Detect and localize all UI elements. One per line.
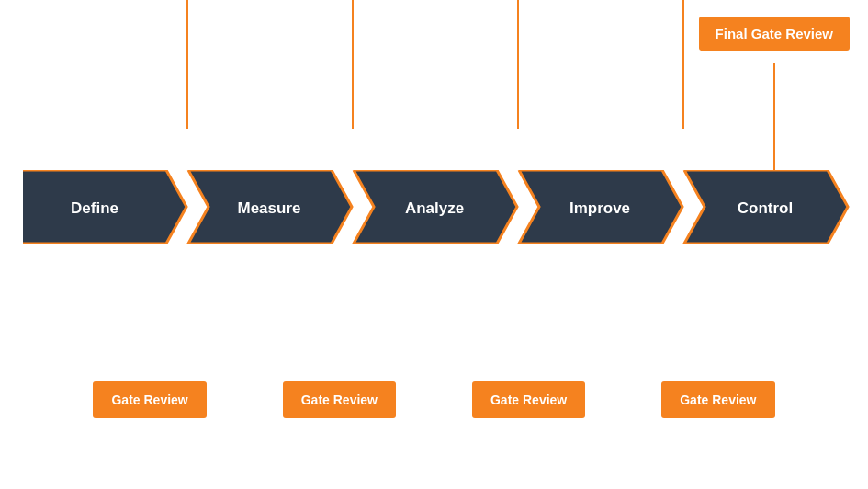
gate-review-label-4: Gate Review: [680, 392, 756, 407]
control-label: Control: [738, 199, 793, 217]
improve-label: Improve: [569, 199, 630, 217]
connector-line-2: [352, 0, 354, 129]
gate-review-box-2: Gate Review: [283, 381, 396, 418]
gate-review-box-4: Gate Review: [661, 381, 774, 418]
phases-svg: Define Measure Analyze Improve Control: [23, 170, 850, 244]
measure-label: Measure: [238, 199, 301, 217]
diagram-container: Final Gate Review Define Mea: [0, 0, 868, 489]
gate-review-label-3: Gate Review: [490, 392, 567, 407]
connector-line-3: [517, 0, 519, 129]
final-gate-label: Final Gate Review: [716, 26, 833, 41]
gate-review-box-1: Gate Review: [93, 381, 206, 418]
connector-line-4: [682, 0, 684, 129]
final-gate-review-box: Final Gate Review: [699, 17, 850, 51]
connector-line-1: [186, 0, 188, 129]
phases-row: Define Measure Analyze Improve Control: [23, 170, 854, 247]
analyze-label: Analyze: [405, 199, 464, 217]
define-label: Define: [71, 199, 118, 217]
gate-reviews-row: Gate Review Gate Review Gate Review Gate…: [0, 381, 868, 418]
gate-review-label-1: Gate Review: [111, 392, 187, 407]
gate-review-label-2: Gate Review: [301, 392, 378, 407]
gate-review-box-3: Gate Review: [472, 381, 585, 418]
